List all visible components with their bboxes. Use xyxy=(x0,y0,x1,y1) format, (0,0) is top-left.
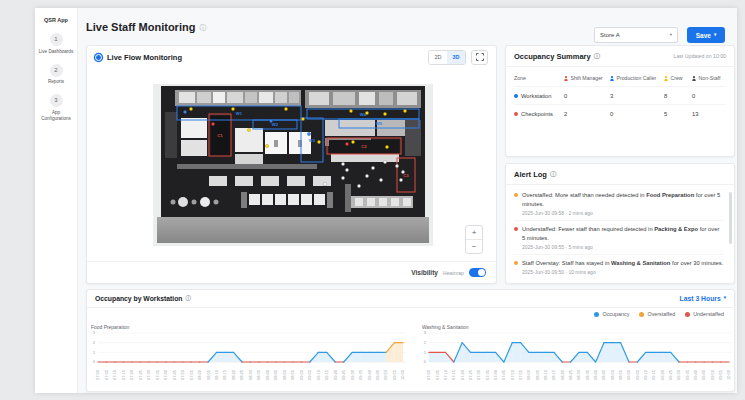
fullscreen-button[interactable] xyxy=(471,50,488,65)
tab-3d-view[interactable]: 3D xyxy=(447,51,465,64)
equipment-block xyxy=(379,92,393,105)
area-fill xyxy=(529,352,537,362)
round-table xyxy=(178,197,188,207)
x-tick-label: 09:25 xyxy=(341,369,346,380)
x-tick-label: 07:55 xyxy=(189,369,194,380)
tab-2d-view[interactable]: 2D xyxy=(429,51,447,64)
x-tick-label: 09:50 xyxy=(710,369,715,380)
staff-marker xyxy=(365,174,368,177)
x-tick-label: 08:15 xyxy=(222,369,227,380)
store-select-value: Store A xyxy=(600,32,620,38)
heatmap-toggle[interactable] xyxy=(469,268,486,277)
equipment-block xyxy=(331,154,399,162)
zone-label-c2: C2 xyxy=(361,144,367,149)
alert-text: Overstaffed: More staff than needed dete… xyxy=(522,191,724,208)
staff-marker xyxy=(265,144,268,147)
person-icon xyxy=(692,76,696,81)
x-tick-label: 08:35 xyxy=(256,369,261,380)
equipment-block xyxy=(379,198,387,206)
info-icon[interactable]: ⓘ xyxy=(199,24,206,31)
area-fill xyxy=(654,352,662,362)
equipment-block xyxy=(245,92,257,103)
info-icon[interactable]: ⓘ xyxy=(550,171,556,177)
occupancy-summary-title-label: Occupancy Summary xyxy=(514,52,591,61)
round-table xyxy=(200,197,210,207)
x-tick-label: 07:20 xyxy=(129,369,134,380)
staff-marker xyxy=(345,168,348,171)
staff-marker xyxy=(385,145,388,148)
x-tick-label: 07:05 xyxy=(435,369,440,380)
x-tick-label: 08:35 xyxy=(585,369,590,380)
sidebar-item-label: Reports xyxy=(35,79,77,85)
store-select[interactable]: Store A ▾ xyxy=(594,27,678,43)
equipment-block xyxy=(274,140,278,147)
floor-plan-viewport[interactable]: W1W2W3W4W5C1C2C3 + − xyxy=(87,68,496,262)
save-button[interactable]: Save ▾ xyxy=(687,27,725,43)
sidebar-item-reports[interactable]: 2Reports xyxy=(35,64,77,86)
alert-text-prefix: Staff Overstay: Staff has stayed in xyxy=(522,260,611,266)
column-header: Non-Staff xyxy=(692,75,728,81)
equipment-block xyxy=(241,192,247,208)
alert-zone-name: Packing & Expo xyxy=(654,226,698,232)
equipment-block xyxy=(275,92,287,103)
table-row: Workstation0380 xyxy=(514,86,726,104)
area-fill xyxy=(471,352,479,362)
area-fill xyxy=(437,352,445,362)
staff-marker xyxy=(345,142,348,145)
table-row: Checkpoints20513 xyxy=(514,104,726,122)
zone-label-w5: W5 xyxy=(376,121,383,126)
area-fill xyxy=(369,352,377,362)
equipment-block xyxy=(227,92,243,103)
staff-marker xyxy=(189,107,192,110)
radio-selected-icon[interactable] xyxy=(95,54,102,61)
equipment-block xyxy=(287,176,305,186)
x-tick-label: 08:25 xyxy=(568,369,573,380)
area-fill xyxy=(604,343,612,362)
x-tick-label: 09:00 xyxy=(626,369,631,380)
x-tick-label: 09:30 xyxy=(676,369,681,380)
sidebar-item-app-configurations[interactable]: 3App Configurations xyxy=(35,94,77,122)
x-tick-label: 08:50 xyxy=(610,369,615,380)
alert-text-suffix: for over 30 minutes. xyxy=(670,260,723,266)
x-tick-label: 09:10 xyxy=(316,369,321,380)
info-icon[interactable]: ⓘ xyxy=(594,53,600,59)
area-fill xyxy=(546,352,554,362)
equipment-block xyxy=(179,92,195,103)
occupancy-table: ZoneShift ManagerProduction CallerCrewNo… xyxy=(506,67,734,126)
x-tick-label: 07:55 xyxy=(518,369,523,380)
staff-marker xyxy=(371,166,374,169)
zoom-in-button[interactable]: + xyxy=(466,226,482,240)
x-tick-label: 09:50 xyxy=(383,369,388,380)
area-fill xyxy=(318,352,326,362)
area-fill xyxy=(662,352,670,362)
staff-marker xyxy=(211,122,214,125)
x-tick-label: 09:10 xyxy=(643,369,648,380)
equipment-block xyxy=(262,194,273,205)
save-button-label: Save xyxy=(696,32,711,39)
legend-item-occupancy: Occupancy xyxy=(594,311,629,317)
alert-item: Understaffed: Fewer staff than required … xyxy=(514,225,724,255)
view-mode-segmented-control: 2D 3D xyxy=(428,50,466,65)
x-tick-label: 08:10 xyxy=(214,369,219,380)
x-tick-label: 09:55 xyxy=(392,369,397,380)
equipment-block xyxy=(181,118,207,138)
x-tick-label: 08:20 xyxy=(231,369,236,380)
time-range-selector[interactable]: Last 3 Hours ▾ xyxy=(680,295,726,302)
sidebar-item-live-dashboards[interactable]: 1Live Dashboards xyxy=(35,33,77,55)
x-tick-label: 09:55 xyxy=(718,369,723,380)
scrollbar-thumb[interactable] xyxy=(729,192,732,244)
occupancy-summary-header: Occupancy Summary ⓘ Last Updated on 10:0… xyxy=(506,46,734,67)
staff-marker xyxy=(403,109,406,112)
alert-list: Overstaffed: More staff than needed dete… xyxy=(506,185,734,279)
equipment-block xyxy=(345,184,351,212)
y-tick-label: 0 xyxy=(424,359,427,364)
staff-marker xyxy=(399,178,402,181)
zone-cell: Workstation xyxy=(514,93,564,99)
area-fill xyxy=(487,352,495,362)
zoom-out-button[interactable]: − xyxy=(466,240,482,253)
occupancy-summary-title: Occupancy Summary ⓘ xyxy=(514,52,600,61)
x-tick-label: 09:15 xyxy=(324,369,329,380)
x-tick-label: 10:00 xyxy=(727,369,732,380)
area-fill xyxy=(512,343,520,362)
info-icon[interactable]: ⓘ xyxy=(186,296,192,302)
